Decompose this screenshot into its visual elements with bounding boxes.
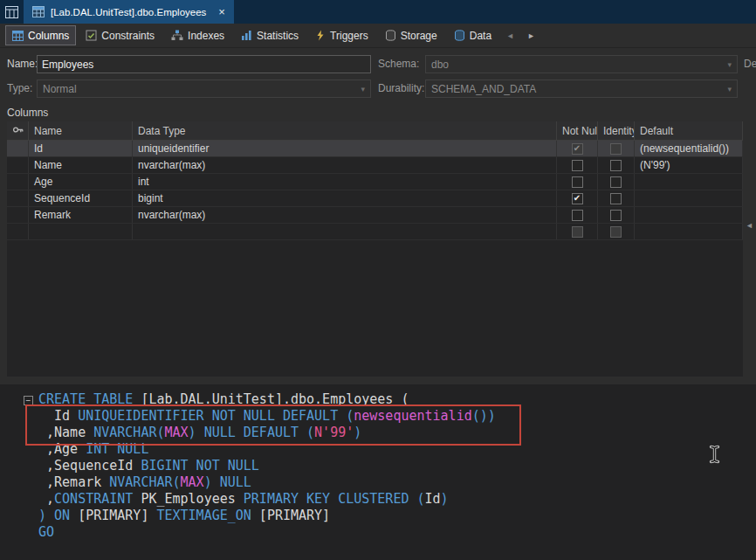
- column-header-identity[interactable]: Identity: [598, 121, 635, 140]
- durability-select[interactable]: SCHEMA_AND_DATA ▾: [425, 80, 738, 98]
- sql-line[interactable]: GO: [38, 524, 496, 541]
- sql-preview-pane[interactable]: − CREATE TABLE [Lab.DAL.UnitTest].dbo.Em…: [0, 384, 756, 560]
- table-row-new[interactable]: [7, 224, 743, 240]
- sql-token: GO: [38, 524, 54, 540]
- identity-checkbox[interactable]: [610, 143, 622, 155]
- cell-default[interactable]: [635, 190, 743, 206]
- cell-datatype[interactable]: nvarchar(max): [133, 207, 557, 223]
- lightning-icon: [315, 30, 326, 41]
- row-selector[interactable]: [7, 190, 29, 206]
- tab-label: Data: [470, 30, 491, 42]
- name-label: Name:: [7, 58, 38, 70]
- tab-label: Columns: [28, 30, 69, 42]
- cell-datatype[interactable]: int: [133, 174, 557, 190]
- cell-name[interactable]: Name: [29, 157, 133, 173]
- key-column-header[interactable]: [7, 121, 29, 140]
- sql-token: ) NULL: [204, 474, 251, 490]
- cell-name[interactable]: Remark: [29, 207, 133, 223]
- type-select[interactable]: Normal ▾: [37, 80, 371, 98]
- table-row[interactable]: Namenvarchar(max)(N'99'): [7, 157, 743, 174]
- document-tabstrip: [Lab.DAL.UnitTest].dbo.Employees ×: [0, 0, 756, 24]
- sql-token: ) NULL DEFAULT (: [189, 425, 315, 440]
- identity-checkbox[interactable]: [610, 176, 622, 188]
- database-icon: [454, 30, 465, 41]
- nav-back-icon[interactable]: ◄: [501, 31, 519, 40]
- close-icon[interactable]: ×: [218, 6, 225, 17]
- cell-default[interactable]: [635, 207, 743, 223]
- sql-token: ,SequenceId: [38, 458, 141, 474]
- sql-token: CREATE TABLE: [38, 391, 133, 407]
- table-row[interactable]: SequenceIdbigint✔: [7, 190, 743, 207]
- tab-triggers[interactable]: Triggers: [308, 25, 375, 45]
- cell-default[interactable]: [635, 224, 743, 239]
- notnull-checkbox[interactable]: [572, 226, 583, 238]
- cell-default[interactable]: [635, 174, 743, 190]
- sql-line[interactable]: CREATE TABLE [Lab.DAL.UnitTest].dbo.Empl…: [38, 391, 496, 408]
- sql-line[interactable]: ,Age INT NULL: [38, 441, 496, 458]
- sql-token: (: [409, 491, 424, 507]
- table-properties-form: Name: Schema: dbo ▾ Des Type: Normal ▾ D…: [0, 48, 756, 102]
- tab-data[interactable]: Data: [447, 25, 498, 45]
- sql-token: ): [38, 508, 54, 523]
- splitter-collapse-icon[interactable]: ◄: [746, 221, 753, 230]
- table-name-input[interactable]: [37, 55, 371, 73]
- tab-columns[interactable]: Columns: [5, 25, 76, 45]
- tab-statistics[interactable]: Statistics: [234, 25, 306, 45]
- code-fold-collapse-icon[interactable]: −: [24, 396, 33, 405]
- cell-datatype[interactable]: [133, 224, 557, 239]
- cell-name[interactable]: Age: [29, 174, 133, 190]
- notnull-checkbox[interactable]: [572, 160, 583, 171]
- sql-token: PRIMARY KEY CLUSTERED: [244, 491, 409, 507]
- cell-identity: [598, 174, 635, 190]
- column-header-notnull[interactable]: Not Null: [557, 121, 598, 140]
- sql-line[interactable]: ,Remark NVARCHAR(MAX) NULL: [38, 474, 496, 491]
- identity-checkbox[interactable]: [610, 226, 622, 238]
- cell-datatype[interactable]: uniqueidentifier: [133, 141, 557, 156]
- sql-line[interactable]: Id UNIQUEIDENTIFIER NOT NULL DEFAULT (ne…: [38, 408, 496, 425]
- tab-label: Constraints: [101, 30, 155, 42]
- document-tab[interactable]: [Lab.DAL.UnitTest].dbo.Employees ×: [24, 0, 234, 24]
- table-row[interactable]: Ageint: [7, 174, 743, 190]
- row-selector[interactable]: [7, 224, 29, 239]
- cell-default[interactable]: (newsequentialid()): [635, 141, 743, 156]
- column-header-datatype[interactable]: Data Type: [133, 121, 557, 140]
- column-header-default[interactable]: Default: [635, 121, 743, 140]
- row-selector[interactable]: [7, 141, 29, 156]
- cell-name[interactable]: Id: [29, 141, 133, 156]
- tab-indexes[interactable]: Indexes: [164, 25, 231, 45]
- nav-forward-icon[interactable]: ►: [522, 31, 540, 40]
- sql-token: ,Remark: [38, 474, 109, 490]
- check-square-icon: [86, 30, 97, 41]
- sql-line[interactable]: ,SequenceId BIGINT NOT NULL: [38, 458, 496, 474]
- tab-constraints[interactable]: Constraints: [79, 25, 162, 45]
- hierarchy-icon: [171, 30, 183, 41]
- sql-token: NVARCHAR(: [93, 425, 164, 440]
- cell-datatype[interactable]: nvarchar(max): [133, 157, 557, 173]
- sql-line[interactable]: ) ON [PRIMARY] TEXTIMAGE_ON [PRIMARY]: [38, 508, 496, 524]
- cell-notnull: [557, 207, 598, 223]
- row-selector[interactable]: [7, 174, 29, 190]
- sql-token: [PRIMARY]: [70, 508, 156, 523]
- identity-checkbox[interactable]: [610, 160, 622, 171]
- identity-checkbox[interactable]: [610, 210, 622, 221]
- table-row[interactable]: Remarknvarchar(max): [7, 207, 743, 224]
- cell-default[interactable]: (N'99'): [635, 157, 743, 173]
- notnull-checkbox[interactable]: ✔: [572, 143, 583, 155]
- row-selector[interactable]: [7, 207, 29, 223]
- sql-token: [PRIMARY]: [251, 508, 330, 523]
- sql-line[interactable]: ,CONSTRAINT PK_Employees PRIMARY KEY CLU…: [38, 491, 496, 508]
- schema-select[interactable]: dbo ▾: [425, 55, 738, 73]
- notnull-checkbox[interactable]: [572, 210, 583, 221]
- column-header-name[interactable]: Name: [29, 121, 133, 140]
- cell-datatype[interactable]: bigint: [133, 190, 557, 206]
- schema-label: Schema:: [378, 58, 419, 70]
- cell-name[interactable]: SequenceId: [29, 190, 133, 206]
- identity-checkbox[interactable]: [610, 193, 622, 204]
- row-selector[interactable]: [7, 157, 29, 173]
- table-row[interactable]: Iduniqueidentifier✔(newsequentialid()): [7, 141, 743, 157]
- notnull-checkbox[interactable]: [572, 176, 583, 188]
- cell-name[interactable]: [29, 224, 133, 239]
- tab-storage[interactable]: Storage: [378, 25, 444, 45]
- notnull-checkbox[interactable]: ✔: [572, 193, 583, 204]
- sql-line[interactable]: ,Name NVARCHAR(MAX) NULL DEFAULT (N'99'): [38, 425, 496, 441]
